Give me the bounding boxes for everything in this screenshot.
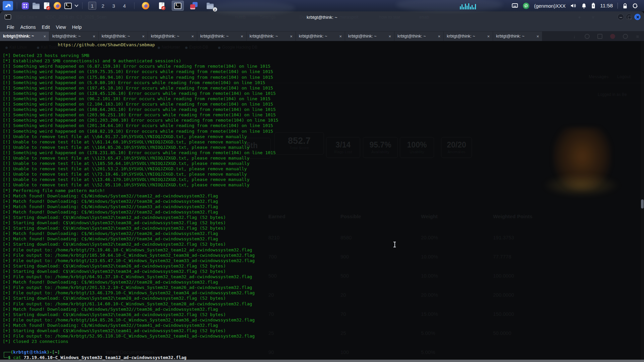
tab-close-icon[interactable]: ×	[487, 34, 490, 39]
terminal-tab[interactable]: krbtgt@think: ~×	[99, 32, 148, 41]
tab-close-icon[interactable]: ×	[93, 34, 95, 39]
ghost-new-tab-plus: +	[578, 14, 581, 20]
panel-clock[interactable]: 11:58	[600, 3, 613, 9]
terminal-scrollbar-handle[interactable]	[641, 199, 644, 208]
ghost-hamburger-menu-icon: ≡	[635, 34, 640, 39]
panel-separator	[134, 2, 135, 9]
terminal-tab[interactable]: krbtgt@think: ~×	[0, 32, 49, 41]
tab-close-icon[interactable]: ×	[339, 34, 342, 39]
terminal-output-line: [+] Starting download: C$\Windows\System…	[3, 220, 644, 226]
window-controls	[618, 14, 641, 20]
ghost-extension-icon	[597, 34, 602, 39]
menu-view[interactable]: View	[53, 24, 69, 31]
konsole-app-icon	[5, 14, 11, 19]
terminal-tab[interactable]: krbtgt@think: ~×	[49, 32, 98, 41]
menu-actions[interactable]: Actions	[17, 24, 39, 31]
app-drawer-launcher[interactable]	[21, 1, 30, 10]
tab-close-icon[interactable]: ×	[240, 34, 243, 39]
firefox-launcher[interactable]	[53, 1, 62, 10]
terminal-tab[interactable]: krbtgt@think: ~×	[296, 32, 345, 41]
terminal-tab[interactable]: krbtgt@think: ~×	[444, 32, 493, 41]
menu-edit[interactable]: Edit	[39, 24, 53, 31]
tab-close-icon[interactable]: ×	[438, 34, 440, 39]
terminal-output-line: [!] Something weird happened on (2.104.1…	[3, 102, 644, 107]
taskbar-windows-group[interactable]	[188, 1, 200, 11]
tab-close-icon[interactable]: ×	[43, 34, 46, 39]
panel-separator	[82, 2, 83, 9]
terminal-viewport[interactable]: Messages Logout Logged in as Be Kali Lin…	[0, 41, 644, 362]
terminal-output-line: [!] Unable to remove test file at \\164.…	[3, 145, 644, 150]
tab-close-icon[interactable]: ×	[536, 34, 539, 39]
battery-icon[interactable]	[591, 3, 595, 9]
prompt-segment: )-[	[47, 350, 54, 355]
terminal-output-line: [+] Match found! Downloading: C$/Windows…	[3, 236, 644, 242]
app-drawer-icon	[22, 2, 29, 9]
kali-menu-button[interactable]	[3, 1, 13, 10]
sync-status-icon[interactable]	[523, 3, 529, 9]
window-title: krbtgt@think: ~	[307, 15, 337, 20]
terminal-prompt-line: ┌──(krbtgt@think)-[~]	[3, 350, 644, 355]
terminal-output-line: [!] Unable to remove test file at \\61.1…	[3, 139, 644, 145]
terminal-output-line: [+] Match found! Downloading: C$/Windows…	[3, 323, 644, 328]
tab-close-icon[interactable]: ×	[388, 34, 391, 39]
terminal-tab[interactable]: krbtgt@think: ~×	[493, 32, 542, 41]
terminal-launcher[interactable]	[64, 1, 72, 10]
firefox-icon	[54, 2, 61, 9]
edit-badge-icon	[46, 6, 50, 10]
close-button[interactable]	[634, 14, 641, 20]
text-editor-launcher[interactable]	[42, 1, 51, 10]
workspace-3[interactable]: 3	[110, 2, 118, 10]
window-stack-icon	[190, 2, 198, 9]
terminal-tab[interactable]: krbtgt@think: ~×	[148, 32, 197, 41]
taskbar-terminal-window-active[interactable]	[172, 1, 184, 11]
terminal-output-line: [+] Starting download: C$\Windows\System…	[3, 215, 644, 220]
terminal-output-line: [+] Starting download: C$\Windows\System…	[3, 269, 644, 274]
volume-icon[interactable]	[570, 3, 577, 8]
terminal-tab[interactable]: krbtgt@think: ~×	[394, 32, 443, 41]
folder-icon	[207, 4, 214, 9]
terminal-window: krbtgt@think: ~ + v ISEd Tea ×ICDC_2026.…	[0, 11, 644, 362]
ghost-browser-tab: ISEd Tea ×	[16, 14, 38, 19]
logout-power-icon[interactable]	[632, 3, 638, 9]
network-icon[interactable]	[512, 3, 518, 8]
tray-separator	[618, 3, 618, 9]
workspace-pager[interactable]: 1234	[88, 2, 128, 10]
window-titlebar[interactable]: krbtgt@think: ~ + v ISEd Tea ×ICDC_2026.…	[0, 11, 644, 23]
workspace-1[interactable]: 1	[88, 2, 96, 10]
maximize-button[interactable]	[626, 14, 632, 20]
tab-close-icon[interactable]: ×	[142, 34, 145, 39]
terminal-output-line: [!] Unable to remove test file at \\73.1…	[3, 172, 644, 177]
workspace-2[interactable]: 2	[99, 2, 107, 10]
workspace-4[interactable]: 4	[120, 2, 128, 10]
taskbar-firefox-window[interactable]	[140, 1, 152, 11]
terminal-output-line	[3, 48, 644, 53]
menu-file[interactable]: File	[4, 24, 17, 31]
terminal-tab[interactable]: krbtgt@think: ~×	[345, 32, 394, 41]
terminal-tab[interactable]: krbtgt@think: ~×	[247, 32, 296, 41]
tab-close-icon[interactable]: ×	[290, 34, 292, 39]
genmon-label[interactable]: (genmon)XXX	[534, 3, 566, 9]
top-panel: 1234 2 (genmon)XXX 11:58	[0, 0, 644, 11]
taskbar-file-manager-window[interactable]: 2	[204, 1, 216, 11]
ghost-browser-tab: metaspoit	[339, 14, 358, 19]
ghost-browser-tab: Settings	[260, 14, 276, 19]
taskbar-document-window[interactable]	[156, 1, 168, 11]
launcher-dropdown-chevron-icon[interactable]	[74, 3, 78, 7]
notifications-bell-icon[interactable]	[581, 3, 587, 9]
terminal-output-line: [!] Something weird happened on (201.203…	[3, 118, 644, 123]
terminal-tab[interactable]: krbtgt@think: ~×	[197, 32, 246, 41]
tab-title: krbtgt@think: ~	[299, 34, 337, 39]
tab-title: krbtgt@think: ~	[447, 34, 485, 39]
terminal-output-line: [!] Something weird happened on (178.231…	[3, 150, 644, 156]
minimize-button[interactable]	[618, 14, 624, 20]
lock-screen-icon[interactable]	[623, 3, 628, 9]
terminal-output-line: [!] Something weird happened on (6.87.15…	[3, 64, 644, 69]
menu-help[interactable]: Help	[69, 24, 85, 31]
terminal-output-line: [!] Unable to remove test file at \\52.9…	[3, 182, 644, 188]
window-count-badge: 2	[213, 7, 217, 12]
file-manager-launcher[interactable]	[32, 1, 40, 10]
terminal-output-line: [+] Starting download: C$\Windows\System…	[3, 328, 644, 334]
terminal-output-line: [+] File output to: /home/krbtgt/13.46.1…	[3, 290, 644, 296]
tab-close-icon[interactable]: ×	[191, 34, 194, 39]
terminal-output-line: [+] File output to: /home/krbtgt/185.50.…	[3, 253, 644, 258]
